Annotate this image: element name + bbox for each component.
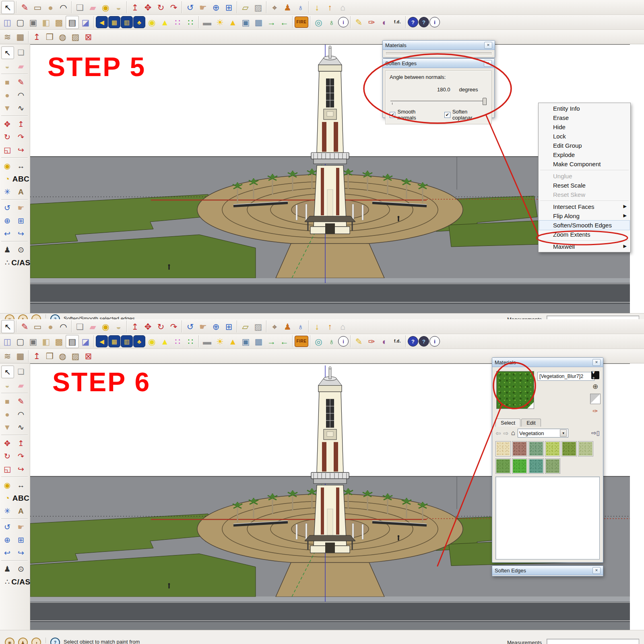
checkbox-check-icon[interactable]: ✔ bbox=[444, 112, 450, 118]
paint-bucket-icon[interactable]: ◒ bbox=[112, 1, 125, 14]
pushpull-icon[interactable]: ↥ bbox=[15, 437, 27, 449]
followme-icon[interactable]: ↷ bbox=[15, 450, 27, 462]
rectangle-icon[interactable]: ■ bbox=[1, 395, 13, 407]
sample-dropper-icon[interactable]: ✑ bbox=[365, 335, 378, 348]
default-material-icon[interactable] bbox=[590, 394, 601, 404]
material-list-area[interactable] bbox=[495, 477, 600, 559]
rotate-icon[interactable]: ↻ bbox=[155, 320, 167, 333]
textured-mode-icon[interactable]: ▩ bbox=[53, 16, 65, 29]
orbit-icon[interactable]: ↺ bbox=[1, 202, 13, 214]
wireframe-mode-icon[interactable]: ▢ bbox=[14, 16, 27, 29]
eraser-icon[interactable]: ▰ bbox=[87, 320, 99, 333]
fire-render-icon[interactable]: FIRE bbox=[295, 336, 308, 347]
close-icon[interactable]: ✕ bbox=[484, 42, 492, 49]
sandbox-flip-edge-icon[interactable]: ⊠ bbox=[82, 31, 95, 43]
sandbox-flip-edge-icon[interactable]: ⊠ bbox=[82, 350, 95, 362]
materials-collapsed-titlebar[interactable]: Materials ✕ bbox=[383, 41, 495, 50]
zoom-extents-icon[interactable]: ⊞ bbox=[223, 320, 235, 333]
paint-bucket-icon[interactable]: ◒ bbox=[1, 379, 13, 391]
zoom-icon[interactable]: ⊕ bbox=[210, 320, 222, 333]
share-model-icon[interactable]: ⌂ bbox=[336, 320, 349, 333]
status-help-icon[interactable]: ? bbox=[50, 314, 60, 319]
collection-dropdown[interactable]: Vegetation ▼ bbox=[518, 429, 568, 438]
get-models-icon[interactable]: ↓ bbox=[311, 1, 323, 14]
orbit-icon[interactable]: ↺ bbox=[1, 521, 13, 533]
pushpull-icon[interactable]: ↥ bbox=[15, 118, 27, 130]
eraser-icon[interactable]: ▰ bbox=[15, 379, 27, 391]
orbit-icon[interactable]: ↺ bbox=[184, 320, 196, 333]
rotate-icon[interactable]: ↻ bbox=[1, 131, 13, 143]
camera-standard-icon[interactable]: C/AS bbox=[15, 256, 27, 268]
animation-clapper-icon[interactable]: ▬ bbox=[201, 16, 213, 29]
add-location-icon[interactable]: ⌖ bbox=[268, 320, 281, 333]
eraser-icon[interactable]: ▰ bbox=[15, 60, 27, 72]
sandbox-drape-icon[interactable]: ◍ bbox=[56, 31, 69, 43]
menu-item-intersect-faces[interactable]: Intersect Faces▶ bbox=[539, 202, 630, 211]
circle-icon[interactable]: ● bbox=[44, 320, 57, 333]
sign-in-icon[interactable]: ◑ bbox=[31, 314, 41, 319]
spotlight-icon[interactable]: ▲ bbox=[227, 335, 239, 348]
fd-ruler-icon[interactable]: f.d. bbox=[391, 335, 404, 348]
move-icon[interactable]: ✥ bbox=[1, 437, 13, 449]
zoom-icon[interactable]: ⊕ bbox=[1, 215, 13, 227]
swatch-grass-green[interactable] bbox=[495, 458, 511, 474]
camera-standard-icon[interactable]: C/AS bbox=[15, 576, 27, 588]
sandbox-from-contours-icon[interactable]: ≋ bbox=[1, 31, 14, 43]
textured-mode-icon[interactable]: ▩ bbox=[53, 335, 65, 348]
geo-location-icon[interactable]: ◉ bbox=[5, 314, 14, 319]
back-arrow-icon[interactable]: ⇦ bbox=[495, 429, 501, 437]
move-icon[interactable]: ✥ bbox=[1, 118, 13, 130]
sandbox-add-detail-icon[interactable]: ▨ bbox=[69, 31, 82, 43]
help1-icon[interactable]: ? bbox=[408, 336, 418, 347]
sandbox-stamp-icon[interactable]: ❒ bbox=[43, 31, 56, 43]
render-info-icon[interactable]: i bbox=[338, 17, 349, 27]
lightup-video-icon[interactable]: ▥ bbox=[121, 16, 133, 28]
angle-slider[interactable] bbox=[390, 97, 487, 105]
section-plane-icon[interactable]: ▱ bbox=[239, 320, 252, 333]
swatch-olive-green[interactable] bbox=[561, 441, 577, 456]
offset-icon[interactable]: ↪ bbox=[15, 463, 27, 475]
claim-credit-icon[interactable]: ♟ bbox=[18, 314, 28, 319]
monochrome-mode-icon[interactable]: ▤ bbox=[66, 335, 79, 348]
rectangle-icon[interactable]: ■ bbox=[1, 76, 13, 88]
photo-textures-icon[interactable]: ♟ bbox=[281, 320, 294, 333]
google-earth-icon[interactable]: ♁ bbox=[294, 320, 307, 333]
position-camera-icon[interactable]: ♟ bbox=[1, 563, 13, 575]
zoom-extents-icon[interactable]: ⊞ bbox=[15, 215, 27, 227]
look-around-icon[interactable]: ⊙ bbox=[15, 244, 27, 256]
fd-ruler-icon[interactable]: f.d. bbox=[391, 16, 404, 29]
make-component-icon[interactable]: ❏ bbox=[74, 1, 86, 14]
materials-titlebar[interactable]: Materials ✕ bbox=[492, 358, 603, 367]
line-icon[interactable]: ✎ bbox=[19, 1, 31, 14]
lightup-tree-icon[interactable]: ♣ bbox=[133, 335, 145, 347]
section-display-icon[interactable]: ▨ bbox=[252, 1, 264, 14]
rotate-icon[interactable]: ↻ bbox=[155, 1, 167, 14]
style-pencil-icon[interactable]: ✎ bbox=[353, 16, 365, 29]
select-icon[interactable]: ↖ bbox=[1, 1, 14, 14]
position-camera-icon[interactable]: ♟ bbox=[1, 244, 13, 256]
light-bulb-icon[interactable]: ☀ bbox=[214, 16, 226, 29]
render-info-icon[interactable]: i bbox=[338, 336, 349, 347]
polygon-icon[interactable]: ▼ bbox=[1, 421, 13, 433]
menu-item-soften-smooth-edges[interactable]: Soften/Smooth Edges bbox=[539, 221, 630, 230]
secondary-pane-icon[interactable]: ▼＋ bbox=[591, 371, 599, 379]
axes-icon[interactable]: ✳ bbox=[1, 186, 13, 198]
menu-item-zoom-extents[interactable]: Zoom Extents bbox=[539, 230, 630, 239]
sandbox-smoove-icon[interactable]: ↥ bbox=[31, 350, 43, 362]
rectangle-icon[interactable]: ▭ bbox=[31, 320, 44, 333]
sandbox-from-scratch-icon[interactable]: ▦ bbox=[14, 350, 27, 362]
circle-icon[interactable]: ● bbox=[1, 89, 13, 101]
saturn-icon[interactable]: ◉ bbox=[146, 335, 158, 348]
eraser-icon[interactable]: ▰ bbox=[87, 1, 99, 14]
style-pencil-icon[interactable]: ✎ bbox=[353, 335, 365, 348]
tape-measure-icon[interactable]: ◉ bbox=[99, 320, 112, 333]
smooth-normals-checkbox[interactable]: ✔ Smooth normals bbox=[390, 109, 434, 121]
sandbox-smoove-icon[interactable]: ↥ bbox=[31, 31, 43, 43]
cone-icon[interactable]: ▲ bbox=[159, 335, 171, 348]
tape-measure-icon[interactable]: ◉ bbox=[1, 479, 13, 491]
render-scene-icon[interactable]: ▣ bbox=[239, 16, 252, 29]
rotate-icon[interactable]: ↻ bbox=[1, 450, 13, 462]
monochrome-mode-icon[interactable]: ▤ bbox=[66, 16, 79, 29]
pan-icon[interactable]: ☛ bbox=[15, 521, 27, 533]
followme-icon[interactable]: ↷ bbox=[167, 1, 180, 14]
